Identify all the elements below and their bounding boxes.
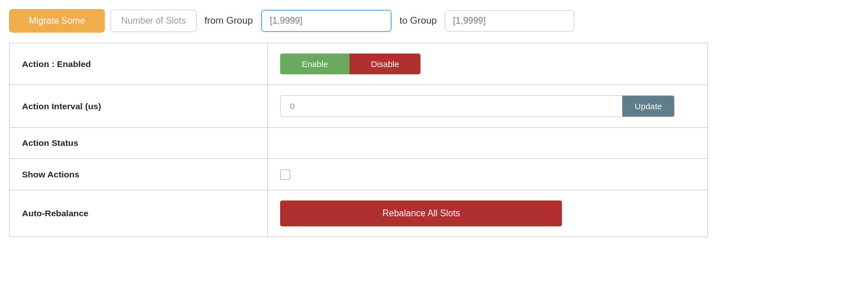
toolbar: Migrate Some Number of Slots from Group …	[9, 9, 859, 33]
from-group-label: from Group	[205, 15, 253, 26]
disable-button[interactable]: Disable	[349, 54, 420, 74]
migrate-some-button[interactable]: Migrate Some	[9, 9, 105, 33]
action-status-label: Action Status	[10, 128, 268, 159]
show-actions-label: Show Actions	[10, 159, 268, 190]
rebalance-all-slots-button[interactable]: Rebalance All Slots	[280, 200, 562, 226]
interval-wrapper: Update	[280, 95, 675, 117]
table-row: Auto-Rebalance Rebalance All Slots	[10, 190, 708, 237]
to-group-label: to Group	[400, 15, 437, 26]
enable-disable-toggle: Enable Disable	[280, 54, 420, 74]
number-of-slots-label: Number of Slots	[110, 10, 197, 32]
table-row: Action : Enabled Enable Disable	[10, 43, 708, 85]
update-button[interactable]: Update	[622, 96, 674, 117]
action-enabled-label: Action : Enabled	[10, 43, 268, 85]
auto-rebalance-label: Auto-Rebalance	[10, 190, 268, 237]
action-interval-label: Action Interval (us)	[10, 85, 268, 128]
enable-button[interactable]: Enable	[280, 54, 349, 74]
table-row: Action Status	[10, 128, 708, 159]
action-status-value	[268, 128, 708, 159]
main-table: Action : Enabled Enable Disable Action I…	[9, 43, 708, 237]
table-row: Show Actions	[10, 159, 708, 190]
table-row: Action Interval (us) Update	[10, 85, 708, 128]
show-actions-checkbox[interactable]	[280, 170, 290, 180]
from-group-input[interactable]	[261, 10, 392, 32]
to-group-input[interactable]	[445, 10, 574, 32]
action-interval-input[interactable]	[281, 96, 622, 117]
